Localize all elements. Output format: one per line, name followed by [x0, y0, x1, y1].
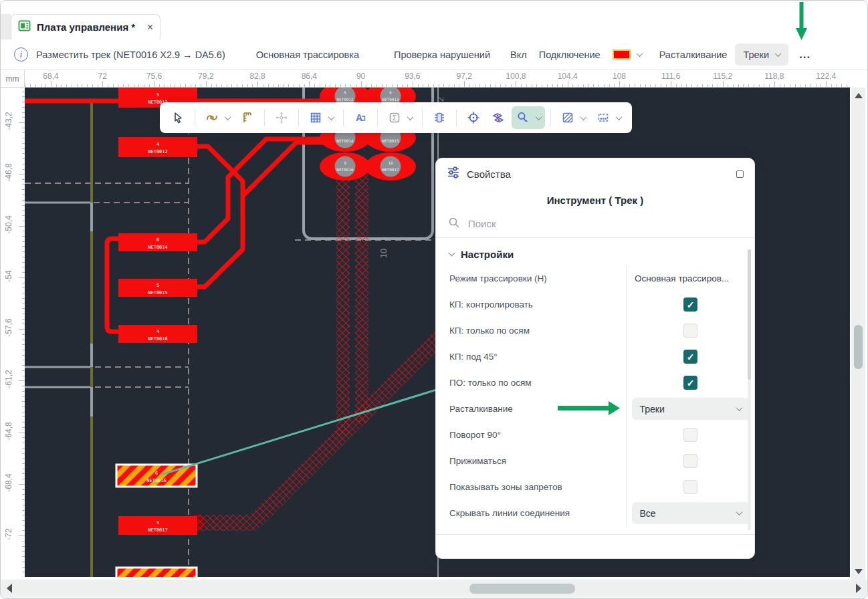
ruler-tick: [66, 84, 67, 87]
ruler-tick: [45, 84, 46, 87]
ruler-tick: [837, 84, 837, 87]
setting-checkbox[interactable]: [683, 324, 697, 338]
pcb-rect-pad[interactable]: 6NET0014: [118, 233, 197, 251]
setting-value-cell: ✓: [626, 291, 754, 318]
ruler-tick: [392, 84, 393, 87]
grid-tool-chevron-icon[interactable]: [326, 116, 336, 120]
scroll-right-icon[interactable]: [856, 584, 861, 593]
svg-text:5: 5: [156, 283, 159, 288]
tab-board[interactable]: Плата управления * ×: [11, 14, 160, 39]
ruler-tick: [350, 84, 351, 87]
violations-check-label[interactable]: Проверка нарушений: [394, 49, 490, 60]
setting-checkbox[interactable]: ✓: [683, 376, 697, 390]
zoom-region-tool-icon[interactable]: [513, 106, 533, 129]
pcb-circle-pad[interactable]: 9NET0016: [320, 152, 370, 181]
pcb-rect-pad[interactable]: 5NET0015: [118, 279, 197, 297]
ruler-tick: [175, 84, 175, 87]
ruler-tick: [19, 535, 25, 536]
fill-zone-tool-icon[interactable]: [558, 106, 578, 129]
ruler-tick: [284, 84, 284, 87]
settings-section-header[interactable]: Настройки: [436, 238, 754, 265]
setting-checkbox[interactable]: [683, 428, 697, 442]
setting-checkbox[interactable]: [683, 454, 697, 468]
ruler-tick: [356, 84, 356, 87]
pcb-rect-pad[interactable]: 5NET0017: [118, 516, 197, 535]
panel-scrollbar[interactable]: [748, 249, 751, 530]
fill-zone-tool-chevron-icon[interactable]: [578, 116, 588, 120]
connection-color-swatch[interactable]: [613, 49, 631, 59]
board-shape-tool-icon[interactable]: [593, 106, 613, 129]
horizontal-scrollbar[interactable]: [1, 580, 867, 598]
tab-close-icon[interactable]: ×: [147, 22, 153, 33]
measure-tool-icon[interactable]: [237, 106, 257, 129]
search-row: [436, 210, 754, 238]
layer-swap-tool-icon[interactable]: [488, 106, 508, 129]
panel-popout-button[interactable]: [736, 170, 744, 178]
component-tool-icon[interactable]: [429, 106, 449, 129]
ruler-tick: [826, 81, 827, 87]
move-tool-icon[interactable]: [272, 106, 292, 129]
zoom-region-tool-chevron-icon[interactable]: [533, 116, 544, 120]
ruler-tick: [572, 84, 573, 87]
vertical-scrollbar[interactable]: [851, 88, 865, 580]
ruler-tick: [454, 84, 455, 87]
ruler-tick-label: 75,6: [134, 72, 175, 81]
svg-text:5: 5: [156, 520, 159, 525]
ruler-tick: [681, 84, 682, 87]
ruler-tick: [599, 84, 599, 87]
select-cursor-tool-icon[interactable]: [168, 106, 188, 129]
search-input[interactable]: [467, 217, 721, 230]
properties-panel-header: Свойства: [436, 158, 754, 189]
target-tool-icon[interactable]: [463, 106, 483, 129]
horizontal-scrollbar-thumb[interactable]: [469, 584, 575, 594]
ruler-tick: [206, 81, 207, 87]
text-tool-icon[interactable]: A: [350, 106, 370, 129]
select-cursor-tool-group: [167, 106, 189, 129]
tab-bar: Плата управления * ×: [1, 1, 867, 39]
ruler-tick: [61, 84, 62, 87]
chevron-down-icon: [449, 250, 455, 257]
toolbar-divider: [550, 109, 551, 126]
pcb-circle-pad[interactable]: 10NET0017: [365, 152, 416, 181]
scroll-down-icon[interactable]: [855, 569, 863, 574]
ruler-tick: [733, 84, 734, 87]
setting-checkbox[interactable]: ✓: [683, 350, 697, 364]
formula-tool-icon[interactable]: Σ: [385, 106, 405, 129]
grid-tool-icon[interactable]: [306, 106, 326, 129]
formula-tool-chevron-icon[interactable]: [405, 116, 415, 120]
pcb-rect-pad[interactable]: 4NET0016: [118, 325, 197, 343]
chevron-down-icon: [736, 404, 742, 411]
ruler-tick: [552, 84, 553, 87]
silkscreen-label: 10: [378, 249, 389, 258]
routing-mode-button[interactable]: Основная трассировка: [256, 49, 359, 60]
curve-tool-icon[interactable]: [202, 106, 222, 129]
ruler-tick: [227, 84, 227, 87]
violations-state-toggle[interactable]: Вкл: [510, 49, 527, 60]
pcb-rect-pad[interactable]: 4NET0012: [118, 137, 197, 157]
scroll-up-icon[interactable]: [855, 93, 863, 98]
pushing-mode-dropdown[interactable]: Треки: [735, 43, 788, 66]
ruler-tick: [759, 84, 760, 87]
chevron-down-icon[interactable]: [636, 50, 643, 57]
setting-checkbox[interactable]: [683, 480, 697, 494]
svg-text:9: 9: [344, 160, 346, 165]
move-tool-group: [270, 106, 293, 129]
ruler-tick: [604, 84, 605, 87]
ruler-tick: [847, 84, 847, 87]
ruler-tick: [774, 81, 775, 87]
vertical-scrollbar-thumb[interactable]: [854, 325, 863, 369]
ruler-tick: [428, 84, 429, 87]
scroll-left-icon[interactable]: [7, 584, 12, 593]
more-options-button[interactable]: ...: [799, 51, 810, 58]
ruler-tick: [738, 84, 739, 87]
curve-tool-chevron-icon[interactable]: [222, 116, 233, 120]
setting-dropdown[interactable]: Все: [632, 502, 750, 524]
ruler-tick: [583, 84, 584, 87]
setting-checkbox[interactable]: ✓: [683, 297, 697, 312]
ruler-tick-label: 93,6: [393, 72, 433, 81]
ruler-tick: [98, 84, 98, 87]
ruler-tick: [780, 84, 780, 87]
pcb-rect-pad[interactable]: [116, 568, 197, 577]
setting-dropdown[interactable]: Треки: [632, 398, 750, 420]
board-shape-tool-chevron-icon[interactable]: [613, 116, 624, 120]
